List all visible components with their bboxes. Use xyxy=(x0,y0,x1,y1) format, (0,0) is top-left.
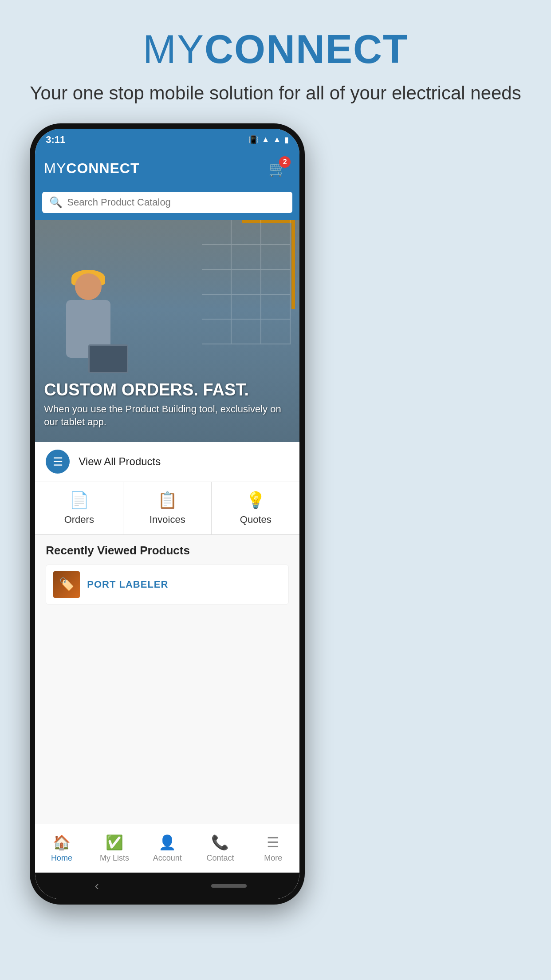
orders-label: Orders xyxy=(64,514,94,526)
app-subtitle: Your one stop mobile solution for all of… xyxy=(30,81,521,106)
home-icon: 🏠 xyxy=(53,834,71,851)
hero-subtitle: When you use the Product Building tool, … xyxy=(44,403,291,428)
my-lists-icon: ✅ xyxy=(106,834,123,851)
status-icons: 📳 ▲ ▲ ▮ xyxy=(248,135,289,145)
search-bar-container: 🔍 xyxy=(35,186,299,220)
product-name: PORT LABELER xyxy=(87,579,168,590)
app-title: MYCONNECT xyxy=(30,27,521,72)
nav-home[interactable]: 🏠 Home xyxy=(35,824,88,873)
floor-5 xyxy=(202,320,291,344)
quotes-icon: 💡 xyxy=(246,491,266,510)
page-header: MYCONNECT Your one stop mobile solution … xyxy=(30,0,521,123)
nav-my-lists[interactable]: ✅ My Lists xyxy=(88,824,141,873)
invoices-button[interactable]: 📋 Invoices xyxy=(123,482,212,534)
back-arrow-icon: ‹ xyxy=(95,879,99,893)
cart-button[interactable]: 🛒 2 xyxy=(265,156,291,181)
vibrate-icon: 📳 xyxy=(248,135,258,145)
nav-more[interactable]: ☰ More xyxy=(247,824,299,873)
floor-3 xyxy=(202,270,291,295)
contact-icon: 📞 xyxy=(211,834,229,851)
quick-actions-bar: 📄 Orders 📋 Invoices 💡 Quotes xyxy=(35,482,299,535)
my-lists-label: My Lists xyxy=(100,854,129,863)
recently-viewed-title: Recently Viewed Products xyxy=(46,544,289,557)
view-all-products-button[interactable]: ☰ View All Products xyxy=(35,442,299,482)
contact-label: Contact xyxy=(206,854,234,863)
nav-contact[interactable]: 📞 Contact xyxy=(194,824,247,873)
product-row-1[interactable]: 🏷️ PORT LABELER xyxy=(46,565,289,605)
search-input-wrap[interactable]: 🔍 xyxy=(42,192,292,213)
cart-badge: 2 xyxy=(279,156,291,168)
signal-icon: ▲ xyxy=(273,135,281,144)
hero-banner: CUSTOM ORDERS. FAST. When you use the Pr… xyxy=(35,220,299,442)
more-label: More xyxy=(264,854,282,863)
nav-account[interactable]: 👤 Account xyxy=(141,824,194,873)
status-bar: 3:11 📳 ▲ ▲ ▮ xyxy=(35,129,299,151)
more-icon: ☰ xyxy=(267,834,279,851)
floor-2 xyxy=(202,245,291,270)
account-icon: 👤 xyxy=(158,834,176,851)
view-all-icon: ☰ xyxy=(46,450,70,474)
back-button[interactable]: ‹ xyxy=(88,877,106,895)
title-prefix: MY xyxy=(143,27,205,71)
orders-icon: 📄 xyxy=(69,491,89,510)
recently-viewed-section: Recently Viewed Products 🏷️ PORT LABELER xyxy=(35,535,299,824)
bottom-nav: 🏠 Home ✅ My Lists 👤 Account 📞 Contact ☰ xyxy=(35,824,299,873)
account-label: Account xyxy=(153,854,182,863)
crane-graphic xyxy=(291,220,295,309)
app-bar-title: MYCONNECT xyxy=(44,160,139,177)
list-icon: ☰ xyxy=(53,455,63,469)
building-grid xyxy=(202,220,291,398)
search-input[interactable] xyxy=(67,197,285,208)
search-icon: 🔍 xyxy=(49,196,63,209)
home-indicator xyxy=(211,884,247,888)
phone-nav-bar: ‹ xyxy=(35,873,299,899)
phone-screen: 3:11 📳 ▲ ▲ ▮ MYCONNECT 🛒 2 xyxy=(35,129,299,899)
quotes-label: Quotes xyxy=(240,514,272,526)
invoices-label: Invoices xyxy=(150,514,185,526)
floor-1 xyxy=(202,220,291,245)
app-bar: MYCONNECT 🛒 2 xyxy=(35,151,299,186)
view-all-label: View All Products xyxy=(79,455,161,468)
home-label: Home xyxy=(51,854,72,863)
floor-4 xyxy=(202,295,291,320)
phone-device: 3:11 📳 ▲ ▲ ▮ MYCONNECT 🛒 2 xyxy=(30,123,305,905)
hero-text-overlay: CUSTOM ORDERS. FAST. When you use the Pr… xyxy=(44,380,291,428)
battery-icon: ▮ xyxy=(284,135,289,145)
hero-title: CUSTOM ORDERS. FAST. xyxy=(44,380,291,399)
status-time: 3:11 xyxy=(46,134,65,146)
product-thumbnail: 🏷️ xyxy=(53,571,80,598)
quotes-button[interactable]: 💡 Quotes xyxy=(212,482,299,534)
page-wrapper: MYCONNECT Your one stop mobile solution … xyxy=(30,0,521,905)
title-main: CONNECT xyxy=(205,27,408,71)
invoices-icon: 📋 xyxy=(157,491,177,510)
wifi-icon: ▲ xyxy=(262,135,270,144)
worker-tablet xyxy=(88,344,128,373)
orders-button[interactable]: 📄 Orders xyxy=(35,482,123,534)
worker-head xyxy=(75,273,102,300)
worker-body xyxy=(66,300,110,358)
